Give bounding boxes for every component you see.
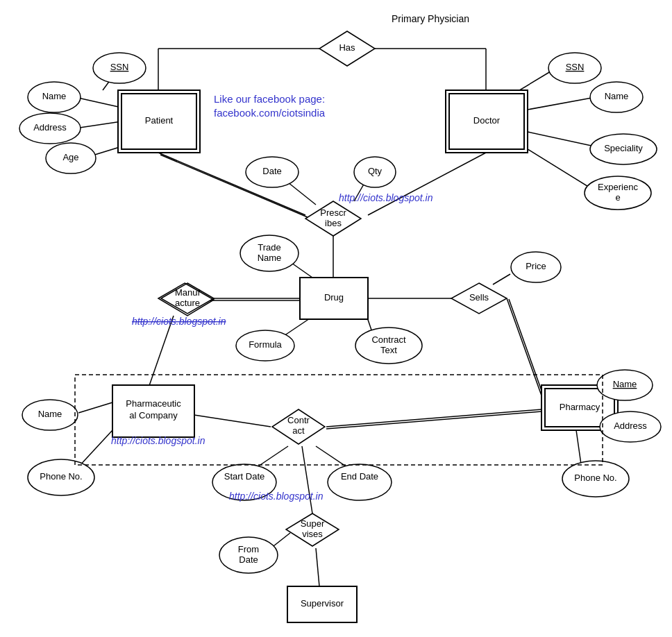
- doctor-label: Doctor: [473, 115, 501, 126]
- supervises-fromdate-label1: From: [238, 544, 259, 554]
- svg-line-6: [75, 121, 121, 128]
- drug-tradename-label1: Trade: [258, 242, 280, 253]
- drug-tradename-label2: Name: [258, 253, 282, 263]
- watermark-blog1: http://ciots.blogspot.in: [339, 192, 433, 203]
- pharmacy-name-label: Name: [613, 379, 637, 389]
- pharmacy-address-label: Address: [614, 421, 647, 431]
- er-diagram: Patient Doctor Drug Pharmaceutic al Comp…: [0, 0, 672, 637]
- watermark-facebook1: Like our facebook page:: [214, 93, 325, 105]
- doctor-speciality-label: Speciality: [604, 143, 643, 153]
- manufacture-label: Manuf: [175, 287, 201, 298]
- prescribes-qty-label: Qty: [368, 166, 383, 176]
- drug-label: Drug: [324, 292, 344, 303]
- svg-line-9: [528, 97, 596, 110]
- svg-line-24: [493, 274, 510, 284]
- prescribes-label2: ibes: [325, 218, 342, 228]
- contract-startdate-label1: Start Date: [224, 471, 265, 482]
- watermark-blog4: http://ciots.blogspot.in: [229, 491, 324, 502]
- drug-contracttext-label2: Text: [380, 345, 397, 355]
- svg-line-25: [507, 298, 541, 396]
- contract-label: Contr: [287, 415, 310, 425]
- drug-formula-label: Formula: [249, 339, 282, 350]
- patient-name-label: Name: [42, 91, 67, 101]
- svg-line-26: [509, 299, 544, 396]
- patient-age-label: Age: [62, 152, 78, 162]
- patient-ssn-label: SSN: [110, 62, 129, 72]
- pharma-company-label: Pharmaceutic: [126, 398, 181, 409]
- svg-line-27: [146, 316, 174, 396]
- supervises-label: Super: [301, 518, 325, 529]
- doctor-name-label: Name: [605, 91, 629, 101]
- prescribes-label: Prescr: [320, 207, 346, 218]
- contract-enddate-label1: End Date: [341, 471, 378, 482]
- watermark-blog3: http://ciots.blogspot.in: [111, 435, 205, 446]
- watermark-blog2: http://ciots.blogspot.in: [132, 316, 226, 327]
- svg-line-31: [326, 409, 541, 427]
- prescribes-date-label: Date: [262, 166, 281, 176]
- doctor-ssn-label: SSN: [566, 62, 585, 72]
- patient-label: Patient: [145, 115, 174, 126]
- pharma-name-label: Name: [38, 409, 62, 419]
- supervisor-label: Supervisor: [301, 598, 344, 609]
- manufacture-label2: acture: [175, 298, 200, 308]
- svg-line-28: [78, 402, 112, 413]
- patient-address-label: Address: [33, 122, 67, 133]
- supervises-label2: vises: [302, 529, 323, 539]
- has-label: Has: [339, 42, 355, 53]
- sells-price-label: Price: [526, 261, 546, 271]
- svg-line-32: [326, 411, 541, 429]
- watermark-facebook2: facebook.com/ciotsindia: [214, 107, 326, 119]
- contract-enddate-attr: [328, 464, 392, 500]
- doctor-experience-label2: e: [615, 192, 620, 203]
- pharmacy-phone-label: Phone No.: [574, 473, 616, 483]
- pharmacy-label: Pharmacy: [560, 402, 600, 412]
- pharma-company-label2: al Company: [129, 410, 178, 421]
- sells-label: Sells: [469, 292, 489, 303]
- svg-line-38: [302, 446, 312, 513]
- svg-line-40: [316, 548, 319, 586]
- drug-contracttext-label1: Contract: [371, 334, 406, 345]
- doctor-experience-label: Experienc: [598, 182, 638, 192]
- supervises-fromdate-label2: Date: [239, 554, 258, 565]
- pharma-phone-label: Phone No.: [40, 471, 82, 482]
- contract-label2: act: [292, 425, 305, 436]
- svg-line-5: [75, 97, 121, 108]
- primary-physician-label: Primary Physician: [392, 13, 469, 24]
